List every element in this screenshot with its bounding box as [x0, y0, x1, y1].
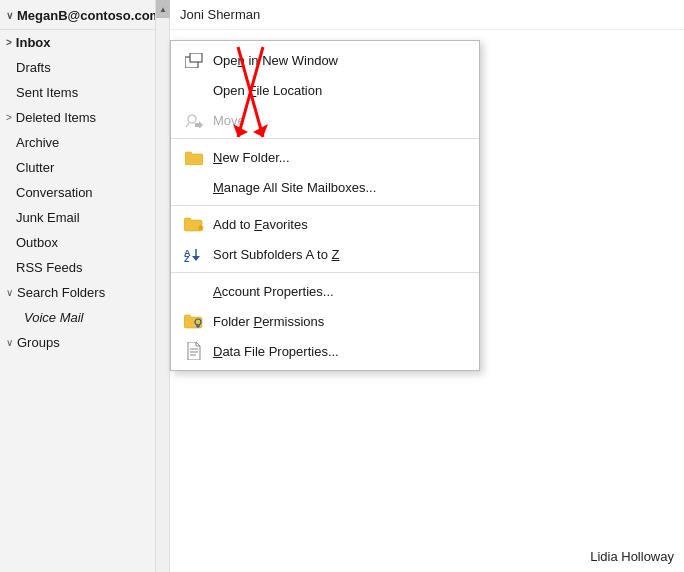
menu-item-account-properties[interactable]: Account Properties... [171, 276, 479, 306]
sidebar-item-inbox[interactable]: > Inbox [0, 30, 169, 55]
svg-text:Z: Z [184, 254, 190, 262]
search-folders-chevron-icon: ∨ [6, 287, 13, 298]
menu-item-label: Add to Favorites [213, 217, 308, 232]
menu-item-open-file-location[interactable]: Open File Location [171, 75, 479, 105]
menu-item-label: Open in New Window [213, 53, 338, 68]
menu-item-label: Move [213, 113, 245, 128]
deleted-chevron-icon: > [6, 112, 12, 123]
menu-item-label: Manage All Site Mailboxes... [213, 180, 376, 195]
sidebar-item-label: Groups [17, 335, 60, 350]
sidebar-item-clutter[interactable]: Clutter [0, 155, 169, 180]
sidebar-item-label: Sent Items [16, 85, 78, 100]
sidebar-item-label: Inbox [16, 35, 51, 50]
svg-point-2 [188, 115, 196, 123]
svg-line-3 [186, 123, 189, 127]
menu-item-data-file-properties[interactable]: Data File Properties... [171, 336, 479, 366]
sidebar-item-search-folders[interactable]: ∨ Search Folders [0, 280, 169, 305]
sidebar-item-label: Outbox [16, 235, 58, 250]
menu-item-label: Folder Permissions [213, 314, 324, 329]
menu-separator-3 [171, 272, 479, 273]
menu-item-label: New Folder... [213, 150, 290, 165]
sidebar-item-archive[interactable]: Archive [0, 130, 169, 155]
menu-item-folder-permissions[interactable]: Folder Permissions [171, 306, 479, 336]
account-header[interactable]: ∨ MeganB@contoso.com [0, 0, 169, 30]
sidebar-item-label: Search Folders [17, 285, 105, 300]
svg-marker-8 [192, 256, 200, 261]
bottom-contact-name: Lidia Holloway [590, 549, 674, 564]
sidebar-item-voice-mail[interactable]: Voice Mail [0, 305, 169, 330]
sidebar-item-drafts[interactable]: Drafts [0, 55, 169, 80]
menu-item-manage-mailboxes[interactable]: Manage All Site Mailboxes... [171, 172, 479, 202]
menu-item-new-folder[interactable]: New Folder... [171, 142, 479, 172]
sidebar-item-label: Archive [16, 135, 59, 150]
sidebar-item-label: Deleted Items [16, 110, 96, 125]
sidebar-item-deleted-items[interactable]: > Deleted Items [0, 105, 169, 130]
menu-item-sort-subfolders[interactable]: A Z Sort Subfolders A to Z [171, 239, 479, 269]
sidebar-item-label: Voice Mail [24, 310, 83, 325]
new-folder-icon [181, 150, 207, 165]
sidebar-item-label: Conversation [16, 185, 93, 200]
scroll-up-button[interactable]: ▲ [156, 0, 170, 18]
account-chevron-icon: ∨ [6, 10, 13, 21]
context-menu: Open in New Window Open File Location Mo… [170, 40, 480, 371]
svg-rect-1 [190, 53, 202, 62]
account-email: MeganB@contoso.com [17, 8, 161, 23]
sidebar-item-groups[interactable]: ∨ Groups [0, 330, 169, 355]
sidebar-item-label: RSS Feeds [16, 260, 82, 275]
menu-item-add-favorites[interactable]: Add to Favorites [171, 209, 479, 239]
sidebar-item-conversation[interactable]: Conversation [0, 180, 169, 205]
sidebar-item-outbox[interactable]: Outbox [0, 230, 169, 255]
menu-separator-2 [171, 205, 479, 206]
sidebar-item-sent-items[interactable]: Sent Items [0, 80, 169, 105]
menu-separator-1 [171, 138, 479, 139]
menu-item-label: Open File Location [213, 83, 322, 98]
sidebar-item-label: Drafts [16, 60, 51, 75]
add-favorites-icon [181, 216, 207, 232]
main-header: Joni Sherman [170, 0, 684, 30]
inbox-chevron-icon: > [6, 37, 12, 48]
data-file-icon [181, 342, 207, 360]
groups-chevron-icon: ∨ [6, 337, 13, 348]
folder-permissions-icon [181, 313, 207, 329]
menu-item-open-new-window[interactable]: Open in New Window [171, 45, 479, 75]
menu-item-label: Data File Properties... [213, 344, 339, 359]
sort-icon: A Z [181, 246, 207, 262]
sidebar-item-label: Clutter [16, 160, 54, 175]
sidebar-item-rss-feeds[interactable]: RSS Feeds [0, 255, 169, 280]
move-icon [181, 113, 207, 128]
menu-item-label: Account Properties... [213, 284, 334, 299]
sidebar: ∨ MeganB@contoso.com > Inbox Drafts Sent… [0, 0, 170, 572]
header-contact-name: Joni Sherman [180, 7, 260, 22]
sidebar-item-junk-email[interactable]: Junk Email [0, 205, 169, 230]
sidebar-item-label: Junk Email [16, 210, 80, 225]
menu-item-label: Sort Subfolders A to Z [213, 247, 339, 262]
sidebar-scrollbar[interactable]: ▲ [155, 0, 169, 572]
open-window-icon [181, 53, 207, 68]
menu-item-move[interactable]: Move [171, 105, 479, 135]
